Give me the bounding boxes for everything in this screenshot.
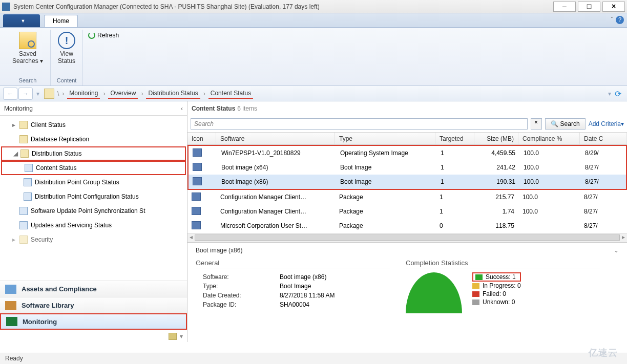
breadcrumb-seg[interactable]: Content Status xyxy=(208,89,253,99)
general-section: General Software:Boot image (x86) Type:B… xyxy=(196,259,390,313)
ribbon-group-search: Saved Searches ▾ Search xyxy=(5,30,51,85)
ribbon-group-label: Content xyxy=(57,76,77,85)
folder-icon xyxy=(19,135,28,143)
tree-item-content-status[interactable]: Content Status xyxy=(1,161,186,175)
help-icon[interactable]: ? xyxy=(616,16,624,24)
table-row[interactable]: Win7EPSP1-V1.0_20180829Operating System … xyxy=(189,146,626,160)
tree-item-sup-sync[interactable]: Software Update Point Synchronization St xyxy=(1,204,186,218)
col-date[interactable]: Date C xyxy=(580,133,627,144)
swatch-icon xyxy=(472,283,479,289)
swatch-icon xyxy=(472,291,479,297)
navigation-bar: ← → ▾ \› Monitoring› Overview› Distribut… xyxy=(0,86,627,101)
col-icon[interactable]: Icon xyxy=(187,133,216,144)
col-size[interactable]: Size (MB) xyxy=(474,133,518,144)
wunderbar-library[interactable]: Software Library xyxy=(0,297,187,313)
breadcrumb-seg[interactable]: Overview xyxy=(108,89,138,99)
ribbon-refresh-group: Refresh xyxy=(83,30,124,85)
col-software[interactable]: Software xyxy=(216,133,335,144)
collapse-icon[interactable]: ⌄ xyxy=(614,247,619,254)
table-row[interactable]: Microsoft Corporation User St…Package011… xyxy=(187,219,627,233)
col-type[interactable]: Type xyxy=(335,133,435,144)
history-dropdown[interactable]: ▾ xyxy=(34,88,42,100)
folder-icon xyxy=(19,235,28,244)
back-button[interactable]: ← xyxy=(3,88,17,100)
collapse-icon: ◢ xyxy=(13,150,19,157)
refresh-label: Refresh xyxy=(97,32,119,39)
wunderbar-assets[interactable]: Assets and Compliance xyxy=(0,281,187,297)
status-icon: ! xyxy=(58,32,75,49)
col-targeted[interactable]: Targeted xyxy=(435,133,474,144)
pane-header: Monitoring ‹ xyxy=(0,101,187,116)
title-bar: System Center Configuration Manager (Con… xyxy=(0,0,627,13)
clear-search-button[interactable]: × xyxy=(531,118,542,130)
table-row[interactable]: Configuration Manager Client…Package11.7… xyxy=(187,204,627,219)
maximize-button[interactable]: □ xyxy=(578,2,600,12)
forward-button[interactable]: → xyxy=(18,88,33,100)
minimize-button[interactable]: – xyxy=(553,2,576,12)
main-split: Monitoring ‹ ▸Client Status Database Rep… xyxy=(0,101,627,342)
package-icon xyxy=(193,148,202,157)
col-compliance[interactable]: Compliance % xyxy=(518,133,580,144)
collapse-icon[interactable]: ‹ xyxy=(181,105,183,112)
chevron-down-icon: ▾ xyxy=(621,120,624,127)
legend: Success: 1 In Progress: 0 Failed: 0 Unkn… xyxy=(472,272,521,306)
tree-item-updates[interactable]: Updates and Servicing Status xyxy=(1,218,186,232)
folder-search-icon xyxy=(19,32,36,49)
menu-row: ▼ Home ˆ ? xyxy=(0,13,627,28)
tree-item-distribution-status[interactable]: ◢Distribution Status xyxy=(1,146,186,161)
label: Date Created: xyxy=(203,292,280,299)
tree-item-client-status[interactable]: ▸Client Status xyxy=(1,118,186,132)
value: Boot image (x86) xyxy=(280,273,326,281)
table-row[interactable]: Configuration Manager Client…Package1215… xyxy=(187,190,627,204)
package-icon xyxy=(192,192,201,201)
horizontal-scrollbar[interactable]: ◂▸ xyxy=(187,233,627,242)
legend-unknown: Unknown: 0 xyxy=(472,298,521,306)
breadcrumb-dropdown[interactable]: ▾ xyxy=(605,88,614,100)
tree-item-dp-group[interactable]: Distribution Point Group Status xyxy=(1,175,186,189)
detail-pane: Boot image (x86)⌄ General Software:Boot … xyxy=(187,242,627,342)
value: Boot Image xyxy=(280,283,311,290)
wunderbar-monitoring[interactable]: Monitoring xyxy=(0,313,187,330)
legend-progress: In Progress: 0 xyxy=(472,282,521,290)
legend-failed: Failed: 0 xyxy=(472,290,521,298)
content-title: Content Status xyxy=(192,105,235,112)
table-row[interactable]: Boot image (x86)Boot Image1190.31100.08/… xyxy=(189,175,626,189)
breadcrumb-seg[interactable]: Monitoring xyxy=(67,89,100,99)
view-status-button[interactable]: ! View Status xyxy=(56,30,77,66)
app-icon xyxy=(2,3,10,11)
window-title: System Center Configuration Manager (Con… xyxy=(13,3,551,10)
tree-item-security[interactable]: ▸Security xyxy=(1,232,186,247)
table-row[interactable]: Boot image (x64)Boot Image1241.42100.08/… xyxy=(189,160,626,175)
options-icon[interactable]: ▾ xyxy=(180,333,183,340)
refresh-icon[interactable]: ⟳ xyxy=(615,89,624,98)
file-menu[interactable]: ▼ xyxy=(3,14,40,27)
admin-icon[interactable] xyxy=(169,333,177,340)
close-button[interactable]: × xyxy=(602,2,625,12)
search-button[interactable]: 🔍Search xyxy=(545,118,586,130)
chevron-down-icon: ▾ xyxy=(40,57,43,65)
ribbon-collapse-icon[interactable]: ˆ xyxy=(611,17,613,23)
location-icon xyxy=(44,89,54,99)
assets-icon xyxy=(5,285,16,294)
folder-icon xyxy=(20,149,29,158)
label: Package ID: xyxy=(203,301,280,308)
wunderbar-footer: ▾ xyxy=(0,330,187,342)
tree-item-db-replication[interactable]: Database Replication xyxy=(1,132,186,146)
breadcrumb-seg[interactable]: Distribution Status xyxy=(146,89,200,99)
saved-searches-label: Saved Searches xyxy=(12,50,38,65)
add-criteria-link[interactable]: Add Criteria ▾ xyxy=(589,120,624,127)
search-input[interactable] xyxy=(191,118,528,130)
refresh-button[interactable]: Refresh xyxy=(88,32,119,39)
expand-icon: ▸ xyxy=(12,236,18,243)
pane-title: Monitoring xyxy=(4,105,33,112)
section-heading: Completion Statistics xyxy=(406,259,600,268)
search-icon: 🔍 xyxy=(551,120,558,127)
scroll-thumb[interactable] xyxy=(195,234,620,241)
value: 8/27/2018 11:58 AM xyxy=(280,292,335,299)
package-icon xyxy=(192,221,201,229)
tree-item-dp-config[interactable]: Distribution Point Configuration Status xyxy=(1,189,186,204)
section-heading: General xyxy=(196,259,390,268)
search-row: × 🔍Search Add Criteria ▾ xyxy=(187,116,627,132)
tab-home[interactable]: Home xyxy=(44,15,78,27)
saved-searches-button[interactable]: Saved Searches ▾ xyxy=(10,30,45,66)
